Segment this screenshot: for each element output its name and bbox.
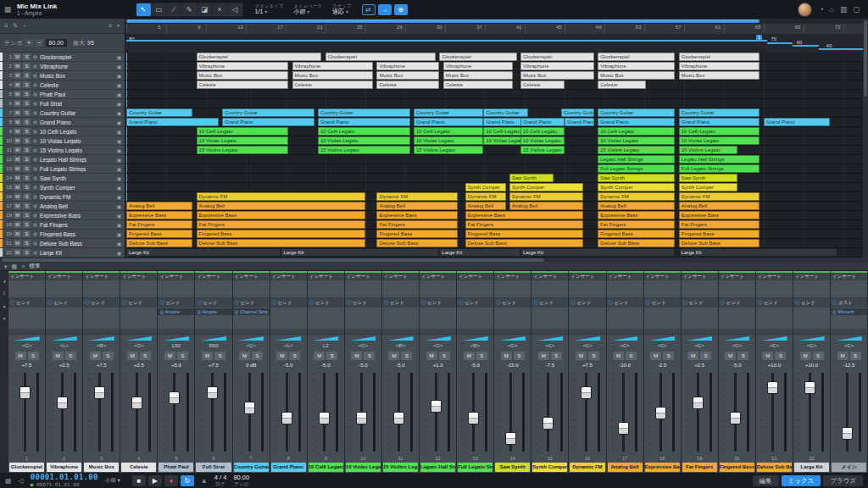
- fader-area[interactable]: [83, 369, 120, 455]
- event-clip[interactable]: 10 Celli Legato: [414, 127, 484, 136]
- channel-solo-button[interactable]: S: [65, 352, 76, 360]
- event-clip[interactable]: Vibraphone: [598, 62, 675, 70]
- fader-area[interactable]: [756, 369, 793, 455]
- pan-control[interactable]: [457, 335, 493, 342]
- pan-control[interactable]: [644, 335, 681, 342]
- pan-value[interactable]: <R>: [382, 342, 419, 350]
- track-row[interactable]: 13 M S Full Legato Strings ▣: [0, 164, 125, 174]
- pan-control[interactable]: [607, 335, 643, 342]
- event-clip[interactable]: Country Guitar: [561, 108, 594, 117]
- event-clip[interactable]: Grand Piano: [598, 118, 675, 126]
- channel-name[interactable]: Glockenspiel: [9, 463, 44, 472]
- pan-value[interactable]: <R>: [457, 342, 493, 350]
- channel-mute-button[interactable]: M: [576, 352, 587, 360]
- event-clip[interactable]: Analog Bell: [376, 202, 458, 210]
- arrange-vertical-scrollbar[interactable]: [863, 19, 868, 258]
- fader-handle[interactable]: [57, 396, 68, 409]
- arrange-lane[interactable]: 10 Celli Legato 10 Celli Legato 10 Celli…: [126, 127, 863, 136]
- track-monitor-icon[interactable]: ▣: [115, 213, 123, 219]
- fader-area[interactable]: [607, 369, 643, 455]
- track-monitor-icon[interactable]: ▣: [115, 92, 123, 97]
- fader-value[interactable]: -15.0: [494, 361, 531, 369]
- io-row[interactable]: [382, 329, 419, 335]
- insert-slots[interactable]: [46, 280, 82, 298]
- event-clip[interactable]: Fingered Bass: [376, 230, 458, 238]
- fader-handle[interactable]: [319, 412, 330, 424]
- track-row[interactable]: 18 M S Expressive Bass ▣: [0, 211, 125, 220]
- pan-value[interactable]: <C>: [420, 342, 456, 350]
- fader-handle[interactable]: [804, 381, 815, 394]
- track-record-arm-button[interactable]: [32, 157, 38, 163]
- mute-tool[interactable]: ×: [213, 3, 227, 16]
- event-clip[interactable]: Fat Fingers: [465, 220, 583, 229]
- channel-solo-button[interactable]: S: [103, 352, 114, 360]
- event-clip[interactable]: Full Legato Strings: [679, 164, 760, 173]
- insert-slots[interactable]: [233, 280, 270, 298]
- send-slots[interactable]: [756, 308, 793, 329]
- send-slots[interactable]: [83, 308, 120, 329]
- fader-handle[interactable]: [655, 407, 666, 419]
- paint-tool[interactable]: ✎: [182, 3, 197, 16]
- fader-handle[interactable]: [281, 412, 292, 424]
- insert-slots[interactable]: [494, 280, 531, 298]
- event-clip[interactable]: Large Kit: [679, 248, 837, 257]
- options-button[interactable]: ⊕: [394, 4, 408, 15]
- event-clip[interactable]: Music Box: [292, 71, 374, 80]
- stop-button[interactable]: ■: [132, 475, 146, 486]
- event-clip[interactable]: Glockenspiel: [197, 53, 322, 61]
- fader-value[interactable]: +10.0: [793, 361, 830, 369]
- track-monitor-icon[interactable]: ▣: [115, 231, 123, 237]
- event-clip[interactable]: Glockenspiel: [520, 53, 594, 61]
- io-row[interactable]: [270, 329, 307, 335]
- device-slot[interactable]: ◎ Mixverb: [831, 308, 867, 315]
- event-clip[interactable]: Expressive Bass: [679, 211, 760, 219]
- event-clip[interactable]: Analog Bell: [197, 202, 366, 210]
- event-clip[interactable]: Glockenspiel: [326, 53, 436, 61]
- insert-slots[interactable]: [382, 280, 419, 298]
- event-clip[interactable]: Analog Bell: [598, 202, 675, 210]
- event-clip[interactable]: Celeste: [443, 80, 514, 89]
- send-slots[interactable]: [120, 308, 157, 329]
- track-solo-button[interactable]: S: [23, 230, 31, 237]
- device-slot[interactable]: ◎ Ampire: [158, 308, 194, 315]
- arrange-lane[interactable]: Music Box Music Box Music Box Music Box …: [126, 71, 863, 80]
- event-clip[interactable]: Celeste: [197, 80, 289, 89]
- event-clip[interactable]: Dynamic FM: [376, 192, 458, 201]
- fader-value[interactable]: +2.5: [120, 361, 157, 369]
- track-record-arm-button[interactable]: [32, 147, 38, 153]
- autoscroll-button[interactable]: →: [378, 4, 392, 15]
- home-icon[interactable]: ⌂: [830, 5, 834, 14]
- send-slots[interactable]: [420, 308, 456, 329]
- channel-solo-button[interactable]: S: [737, 352, 748, 360]
- channel-name[interactable]: Legato Hall Strings: [420, 463, 455, 472]
- io-row[interactable]: [120, 329, 157, 335]
- channel-strip[interactable]: インサート ◎ センド <C> M S +10.0 21 Deluxe Sub …: [756, 271, 793, 473]
- fader-area[interactable]: [494, 369, 531, 455]
- tempo-max-value[interactable]: 95: [87, 40, 94, 46]
- event-clip[interactable]: Fat Fingers: [679, 220, 760, 229]
- insert-slots[interactable]: [719, 280, 755, 298]
- app-grid-icon[interactable]: ▦: [0, 5, 15, 14]
- event-clip[interactable]: Fat Fingers: [126, 220, 192, 229]
- io-row[interactable]: [682, 329, 718, 335]
- event-clip[interactable]: Analog Bell: [126, 202, 192, 210]
- pan-control[interactable]: [233, 335, 270, 342]
- event-clip[interactable]: Country Guitar: [598, 108, 675, 117]
- event-clip[interactable]: Fingered Bass: [465, 230, 583, 238]
- channel-name[interactable]: Deluxe Sub Bass: [757, 463, 792, 472]
- send-slots[interactable]: [569, 308, 605, 329]
- fader-handle[interactable]: [767, 381, 778, 394]
- channel-name[interactable]: Music Box: [84, 463, 119, 472]
- channel-name[interactable]: Phatt Paul: [159, 463, 193, 472]
- event-clip[interactable]: Music Box: [443, 71, 514, 80]
- play-button[interactable]: ▶: [148, 475, 162, 486]
- fader-area[interactable]: [158, 369, 194, 455]
- track-record-arm-button[interactable]: [32, 129, 38, 135]
- event-clip[interactable]: Fat Fingers: [598, 220, 675, 229]
- channel-mute-button[interactable]: M: [15, 352, 26, 360]
- track-solo-button[interactable]: S: [23, 221, 31, 228]
- track-row[interactable]: 17 M S Analog Bell ▣: [0, 202, 125, 211]
- event-clip[interactable]: Synth Comper: [598, 183, 675, 191]
- fader-value[interactable]: 0 dB: [233, 361, 270, 369]
- pan-value[interactable]: L2: [308, 342, 344, 350]
